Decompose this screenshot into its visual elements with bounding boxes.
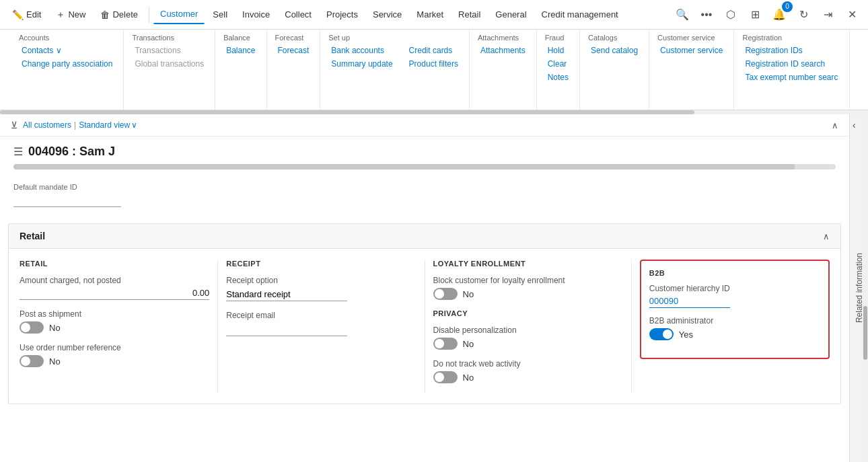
ribbon-setup-items: Bank accounts Summary update Credit card… <box>328 44 461 70</box>
notification-badge: 0 <box>782 1 793 12</box>
bank-accounts-link[interactable]: Bank accounts <box>328 44 395 56</box>
customer-service-link[interactable]: Customer service <box>657 44 725 56</box>
b2b-box: B2B Customer hierarchy ID 000090 B2B adm… <box>640 260 830 359</box>
more-button[interactable]: ••• <box>696 4 717 26</box>
delete-button[interactable]: 🗑 Delete <box>94 5 145 24</box>
credit-cards-link[interactable]: Credit cards <box>406 44 461 56</box>
chevron-up-icon[interactable]: ∧ <box>823 231 830 241</box>
notes-link[interactable]: Notes <box>545 71 571 83</box>
nav-right-icons: 🔍 ••• ⬡ ⊞ 🔔 0 ↻ ⇥ ✕ <box>672 4 863 26</box>
clear-link[interactable]: Clear <box>545 58 571 70</box>
summary-update-link[interactable]: Summary update <box>328 58 395 70</box>
ribbon-registration: Registration Registration IDs Registrati… <box>734 30 849 110</box>
content-header: ☰ 004096 : Sam J <box>0 137 849 164</box>
ribbon-setup-col1: Bank accounts Summary update <box>328 44 395 70</box>
disable-personalization-value: No <box>463 339 474 349</box>
do-not-track-toggle-row: No <box>433 371 623 383</box>
market-tab[interactable]: Market <box>410 5 450 24</box>
credit-mgmt-tab[interactable]: Credit management <box>535 5 625 24</box>
ribbon-setup-col2: Credit cards Product filters <box>406 44 461 70</box>
b2b-column: B2B Customer hierarchy ID 000090 B2B adm… <box>632 260 830 393</box>
do-not-track-toggle[interactable] <box>433 371 458 383</box>
ribbon-transactions-title: Transactions <box>132 34 207 42</box>
scroll-thumb <box>0 110 694 114</box>
receipt-email-input[interactable] <box>226 323 347 336</box>
registration-ids-link[interactable]: Registration IDs <box>742 44 840 56</box>
right-scrollbar-thumb[interactable] <box>863 306 867 360</box>
receipt-option-input[interactable] <box>226 288 347 301</box>
view-selector[interactable]: Standard view ∨ <box>79 120 137 130</box>
projects-tab[interactable]: Projects <box>320 5 365 24</box>
hierarchy-value[interactable]: 000090 <box>649 296 730 308</box>
block-loyalty-toggle[interactable] <box>433 288 458 300</box>
right-scrollbar <box>863 114 868 462</box>
ribbon-setup: Set up Bank accounts Summary update Cred… <box>320 30 470 110</box>
ribbon-accounts-title: Accounts <box>19 34 115 42</box>
receipt-column: RECEIPT Receipt option Receipt email <box>218 260 425 393</box>
edit-button[interactable]: ✏️ Edit <box>5 5 48 24</box>
retail-column: RETAIL Amount charged, not posted 0.00 P… <box>20 260 218 393</box>
attachments-link[interactable]: Attachments <box>478 44 528 56</box>
collect-tab[interactable]: Collect <box>278 5 318 24</box>
disable-personalization-toggle[interactable] <box>433 338 458 350</box>
product-filters-link[interactable]: Product filters <box>406 58 461 70</box>
balance-link[interactable]: Balance <box>223 44 258 56</box>
transactions-link[interactable]: Transactions <box>132 44 207 56</box>
hierarchy-label: Customer hierarchy ID <box>649 284 820 293</box>
ribbon-fraud-title: Fraud <box>545 34 571 42</box>
forecast-link[interactable]: Forecast <box>275 44 312 56</box>
ribbon-transactions-items: Transactions Global transactions <box>132 44 207 70</box>
ribbon-fraud: Fraud Hold Clear Notes <box>537 30 580 110</box>
ribbon-forecast-items: Forecast <box>275 44 312 56</box>
help-button[interactable]: ⬡ <box>720 4 742 26</box>
b2b-title: B2B <box>649 269 820 277</box>
invoice-tab[interactable]: Invoice <box>236 5 277 24</box>
ribbon-balance-items: Balance <box>223 44 258 56</box>
trash-icon: 🗑 <box>100 9 110 20</box>
close-button[interactable]: ✕ <box>841 4 863 26</box>
ribbon-catalogs-title: Catalogs <box>588 34 641 42</box>
receipt-option-label: Receipt option <box>226 276 416 285</box>
ribbon-customer-service-items: Customer service <box>657 44 725 56</box>
breadcrumb-separator: | <box>74 120 76 130</box>
refresh-button[interactable]: ↻ <box>793 4 814 26</box>
open-button[interactable]: ⇥ <box>817 4 838 26</box>
b2b-admin-toggle[interactable] <box>649 328 674 340</box>
amount-value: 0.00 <box>20 288 209 300</box>
collapse-ribbon-icon[interactable]: ∧ <box>832 120 838 130</box>
customer-tab[interactable]: Customer <box>153 5 205 24</box>
send-catalog-link[interactable]: Send catalog <box>588 44 641 56</box>
all-customers-link[interactable]: All customers <box>23 120 71 130</box>
content-area: ⊻ All customers | Standard view ∨ ∧ ☰ 00… <box>0 114 849 462</box>
hamburger-icon[interactable]: ☰ <box>13 145 23 158</box>
panel-button[interactable]: ⊞ <box>744 4 766 26</box>
order-number-toggle[interactable] <box>20 355 44 367</box>
hold-link[interactable]: Hold <box>545 44 571 56</box>
search-button[interactable]: 🔍 <box>672 4 693 26</box>
registration-id-search-link[interactable]: Registration ID search <box>742 58 840 70</box>
change-party-link[interactable]: Change party association <box>19 58 115 70</box>
order-number-value: No <box>49 356 61 367</box>
right-panel: Related information ‹ <box>849 114 868 462</box>
new-button[interactable]: ＋ New <box>49 5 92 25</box>
loyalty-column: LOYALTY ENROLLMENT Block customer for lo… <box>425 260 632 393</box>
service-tab[interactable]: Service <box>366 5 408 24</box>
general-tab[interactable]: General <box>489 5 533 24</box>
ribbon-balance-title: Balance <box>223 34 258 42</box>
post-shipment-label: Post as shipment <box>20 309 209 319</box>
tax-exempt-link[interactable]: Tax exempt number searc <box>742 71 840 83</box>
post-shipment-toggle[interactable] <box>20 321 44 334</box>
panel-collapse-icon[interactable]: ‹ <box>853 120 856 130</box>
main-area: ⊻ All customers | Standard view ∨ ∧ ☰ 00… <box>0 114 868 462</box>
retail-section-header[interactable]: Retail ∧ <box>9 224 840 249</box>
default-mandate-input[interactable] <box>13 194 121 207</box>
global-transactions-link[interactable]: Global transactions <box>132 58 207 70</box>
retail-tab[interactable]: Retail <box>451 5 487 24</box>
sell-tab[interactable]: Sell <box>206 5 234 24</box>
retail-section-title: Retail <box>20 231 45 241</box>
retail-col-title: RETAIL <box>20 260 209 268</box>
filter-icon[interactable]: ⊻ <box>11 120 17 130</box>
ribbon-transactions: Transactions Transactions Global transac… <box>124 30 215 110</box>
contacts-link[interactable]: Contacts ∨ <box>19 44 115 56</box>
ribbon: Accounts Contacts ∨ Change party associa… <box>0 30 868 110</box>
